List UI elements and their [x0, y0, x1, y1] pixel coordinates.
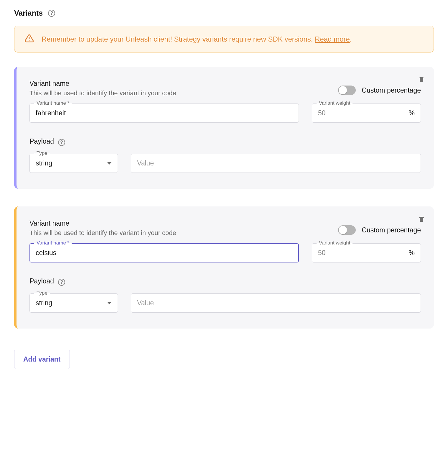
alert-text: Remember to update your Unleash client! … [42, 34, 352, 45]
chevron-down-icon [107, 162, 112, 165]
chevron-down-icon [107, 302, 112, 304]
payload-label: Payload [29, 137, 54, 145]
help-icon[interactable]: ? [48, 10, 55, 17]
sdk-alert: Remember to update your Unleash client! … [14, 26, 434, 52]
variant-name-input[interactable] [29, 104, 299, 123]
payload-type-field: Type string [29, 154, 118, 173]
section-header: Variants ? [14, 9, 434, 17]
variant-weight-box: % [312, 104, 421, 123]
variant-card: Variant name This will be used to identi… [14, 206, 434, 329]
custom-percentage-toggle[interactable] [338, 86, 356, 95]
payload-header: Payload ? [29, 277, 421, 287]
read-more-link[interactable]: Read more [315, 35, 350, 43]
variant-name-input[interactable] [29, 243, 299, 262]
alert-suffix: . [350, 35, 352, 43]
payload-type-select[interactable]: string [29, 154, 118, 173]
payload-header: Payload ? [29, 137, 421, 147]
add-variant-button[interactable]: Add variant [14, 350, 70, 369]
custom-percentage-label: Custom percentage [362, 226, 421, 234]
payload-value-field [131, 154, 421, 173]
custom-percentage-toggle[interactable] [338, 225, 356, 235]
payload-type-value: string [36, 299, 52, 307]
payload-value-field [131, 293, 421, 313]
variant-weight-input[interactable] [318, 249, 409, 257]
payload-value-input[interactable] [131, 154, 421, 173]
variant-weight-box: % [312, 243, 421, 262]
variant-weight-field: Variant weight % [312, 243, 421, 262]
custom-percentage-label: Custom percentage [362, 86, 421, 94]
variant-name-labels: Variant name This will be used to identi… [29, 219, 176, 237]
alert-message: Remember to update your Unleash client! … [42, 35, 315, 43]
custom-percentage-block: Custom percentage [338, 225, 421, 235]
variant-weight-label: Variant weight [317, 100, 353, 106]
payload-type-field: Type string [29, 293, 118, 313]
type-label: Type [34, 290, 50, 296]
variant-name-field: Variant name * [29, 243, 299, 262]
percent-symbol: % [409, 109, 415, 117]
help-icon[interactable]: ? [58, 139, 65, 146]
variant-name-heading: Variant name [29, 80, 176, 88]
custom-percentage-block: Custom percentage [338, 86, 421, 95]
variant-weight-field: Variant weight % [312, 104, 421, 123]
delete-icon[interactable] [418, 215, 425, 224]
variant-card: Variant name This will be used to identi… [14, 67, 434, 189]
variant-name-label: Variant name * [34, 240, 72, 246]
payload-label: Payload [29, 277, 54, 285]
section-title: Variants [14, 9, 43, 17]
help-icon[interactable]: ? [58, 279, 65, 286]
delete-icon[interactable] [418, 75, 425, 85]
warning-icon [24, 34, 34, 45]
payload-type-value: string [36, 159, 52, 167]
variant-name-heading: Variant name [29, 219, 176, 227]
variant-weight-label: Variant weight [317, 240, 353, 246]
variant-name-labels: Variant name This will be used to identi… [29, 80, 176, 97]
percent-symbol: % [409, 249, 415, 257]
type-label: Type [34, 150, 50, 156]
payload-type-select[interactable]: string [29, 293, 118, 313]
variant-name-field: Variant name * [29, 104, 299, 123]
payload-value-input[interactable] [131, 293, 421, 313]
variant-name-sub: This will be used to identify the varian… [29, 89, 176, 97]
variant-weight-input[interactable] [318, 109, 409, 117]
variant-name-label: Variant name * [34, 100, 72, 106]
variant-name-sub: This will be used to identify the varian… [29, 229, 176, 237]
